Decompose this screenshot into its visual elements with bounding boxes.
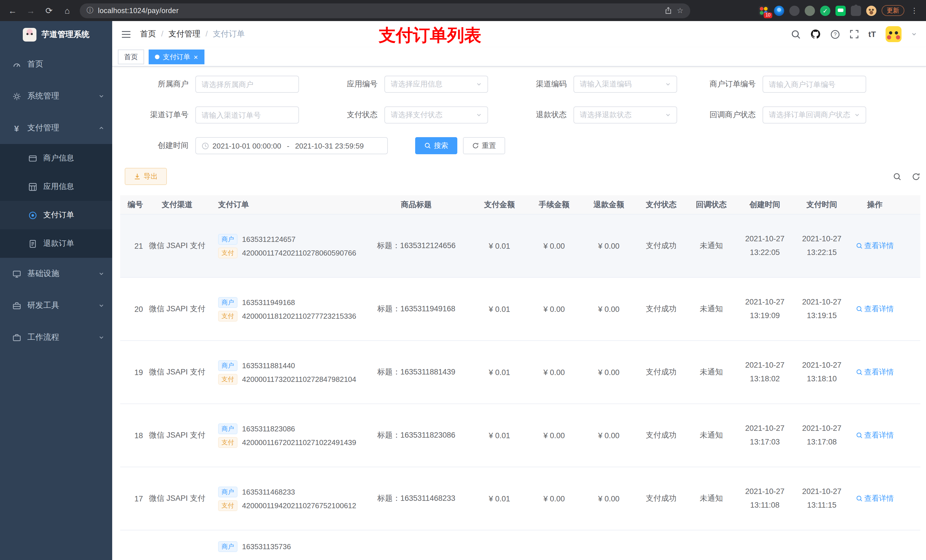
reset-button[interactable]: 重置 (463, 137, 505, 154)
fullscreen-icon[interactable] (850, 30, 859, 39)
water-drop-extension-icon[interactable] (774, 5, 784, 16)
table-refresh-icon[interactable] (912, 172, 920, 181)
toolbox-icon (11, 301, 22, 310)
site-info-icon[interactable]: ⓘ (86, 6, 94, 15)
view-detail-link[interactable]: 查看详情 (856, 367, 894, 377)
pay-status-select[interactable]: 请选择支付状态 (384, 106, 488, 124)
col-action: 操作 (850, 199, 899, 210)
date-range-input[interactable]: 2021-10-01 00:00:00 - 2021-10-31 23:59:5… (195, 137, 388, 154)
extensions-puzzle-icon[interactable] (851, 5, 861, 16)
breadcrumb-payment[interactable]: 支付管理 (169, 29, 208, 39)
breadcrumb: 首页 支付管理 支付订单 (140, 29, 245, 39)
help-icon[interactable]: ? (830, 29, 840, 39)
notify-status-select[interactable]: 请选择订单回调商户状态 (763, 106, 866, 124)
github-icon[interactable] (810, 29, 821, 39)
col-paid: 支付时间 (793, 198, 850, 211)
browser-reload-icon[interactable]: ⟳ (43, 5, 54, 16)
channel-order-input[interactable] (195, 106, 299, 124)
browser-chrome: ← → ⟳ ⌂ ⓘ localhost:1024/pay/order ☆ 10 … (0, 0, 926, 21)
pay-tag: 支付 (218, 247, 238, 258)
url-text[interactable]: localhost:1024/pay/order (98, 6, 660, 15)
date-start[interactable]: 2021-10-01 00:00:00 (212, 142, 281, 150)
cell-status: 支付成功 (636, 241, 686, 251)
refund-status-select[interactable]: 请选择退款状态 (573, 106, 677, 124)
owner-input[interactable] (195, 76, 299, 93)
merchant-order-no: 1635312124657 (242, 235, 295, 243)
sidebar-item-infrastructure[interactable]: 基础设施 (0, 258, 112, 290)
field-label: 所属商户 (133, 79, 195, 89)
cell-title: 标题：1635311823086 (360, 430, 472, 441)
export-button[interactable]: 导出 (125, 168, 167, 185)
chevron-down-icon (98, 271, 104, 276)
sidebar-item-home[interactable]: 首页 (0, 48, 112, 80)
cell-action: 查看详情 (850, 494, 899, 504)
tab-close-icon[interactable]: × (194, 53, 198, 60)
view-detail-link[interactable]: 查看详情 (856, 430, 894, 441)
sidebar-item-pay-order[interactable]: 支付订单 (0, 201, 112, 229)
view-detail-link[interactable]: 查看详情 (856, 241, 894, 251)
view-detail-link[interactable]: 查看详情 (856, 304, 894, 314)
cell-created: 2021-10-27 13:17:03 (736, 422, 793, 449)
cell-paid: 2021-10-27 13:22:15 (793, 232, 850, 260)
browser-forward-icon[interactable]: → (25, 6, 36, 15)
merchant-tag: 商户 (218, 360, 238, 371)
browser-home-icon[interactable]: ⌂ (62, 6, 73, 15)
table-search-toggle-icon[interactable] (893, 172, 902, 181)
date-end[interactable]: 2021-10-31 23:59:59 (295, 142, 364, 150)
check-circle-extension-icon[interactable]: ✓ (820, 5, 830, 16)
breadcrumb-home[interactable]: 首页 (140, 29, 163, 39)
sidebar-item-merchant-info[interactable]: 商户信息 (0, 144, 112, 172)
field-label: 回调商户状态 (700, 110, 763, 120)
tab-pay-order[interactable]: 支付订单 × (149, 50, 204, 64)
table-row: 18 微信 JSAPI 支付 商户1635311823086 支付4200001… (120, 404, 920, 467)
app-logo[interactable]: 芋道管理系统 (0, 21, 112, 48)
pay-order-no: 4200001181202110277723215336 (242, 312, 356, 320)
extension-icon-1[interactable] (789, 5, 800, 16)
profile-emoji-icon[interactable] (866, 5, 876, 16)
tab-home[interactable]: 首页 (118, 50, 144, 64)
sidebar-item-system[interactable]: 系统管理 (0, 80, 112, 112)
browser-menu-icon[interactable]: ⋮ (909, 6, 919, 15)
sidebar-item-label: 工作流程 (27, 332, 59, 343)
pay-tag: 支付 (218, 374, 238, 385)
view-detail-link[interactable]: 查看详情 (856, 494, 894, 504)
avatar-caret-icon[interactable] (911, 31, 917, 37)
share-icon[interactable] (665, 7, 672, 14)
chevron-up-icon (98, 125, 104, 131)
sidebar-toggle-icon[interactable] (121, 30, 131, 38)
extension-grid-icon[interactable]: 10 (758, 5, 769, 16)
user-avatar[interactable] (885, 26, 902, 42)
cell-channel: 微信 JSAPI 支付 (145, 430, 209, 441)
search-button[interactable]: 搜索 (415, 137, 457, 154)
bookmark-star-icon[interactable]: ☆ (677, 6, 683, 15)
merchant-order-no: 1635311468233 (242, 488, 295, 496)
search-icon[interactable] (791, 29, 801, 39)
chevron-down-icon (665, 112, 671, 118)
sidebar-item-app-info[interactable]: 应用信息 (0, 172, 112, 201)
cell-created: 2021-10-27 13:19:09 (736, 296, 793, 323)
sidebar-item-workflow[interactable]: 工作流程 (0, 322, 112, 353)
sidebar-item-dev-tools[interactable]: 研发工具 (0, 290, 112, 322)
cell-refund: ¥ 0.00 (581, 305, 636, 313)
clock-icon (201, 142, 209, 149)
col-id: 编号 (120, 199, 145, 210)
cell-order: 商户1635311468233 支付4200001194202110276752… (209, 483, 360, 514)
cell-status: 支付成功 (636, 367, 686, 377)
file-icon (27, 239, 38, 248)
cell-paid: 2021-10-27 13:18:10 (793, 359, 850, 386)
sidebar-item-payment[interactable]: ¥ 支付管理 (0, 112, 112, 144)
merchant-order-input[interactable] (763, 76, 866, 93)
channel-code-select[interactable]: 请输入渠道编码 (573, 76, 677, 93)
app-header: 首页 支付管理 支付订单 支付订单列表 ? (112, 21, 926, 47)
extension-icon-2[interactable] (805, 5, 815, 16)
cell-refund: ¥ 0.00 (581, 368, 636, 376)
app-select[interactable]: 请选择应用信息 (384, 76, 488, 93)
sidebar-item-refund-order[interactable]: 退款订单 (0, 229, 112, 258)
url-bar[interactable]: ⓘ localhost:1024/pay/order ☆ (80, 3, 690, 18)
browser-back-icon[interactable]: ← (7, 6, 18, 15)
fontsize-icon[interactable]: tT (869, 30, 876, 39)
cell-channel: 微信 JSAPI 支付 (145, 241, 209, 251)
browser-update-button[interactable]: 更新 (882, 5, 904, 16)
cell-channel: 微信 JSAPI 支付 (145, 367, 209, 377)
chat-extension-icon[interactable] (835, 5, 846, 16)
